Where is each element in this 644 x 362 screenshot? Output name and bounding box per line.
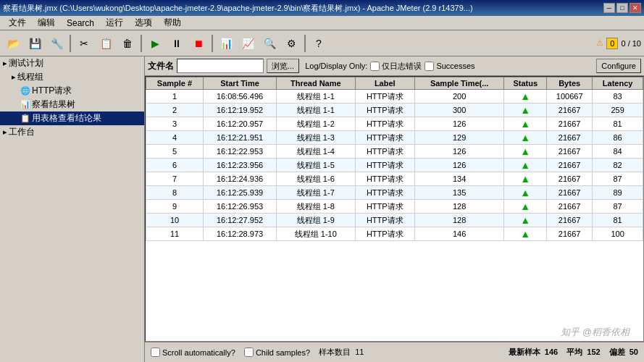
cut-button[interactable]: ✂ [74,33,94,54]
tree-item-test-plan[interactable]: ▸ 测试计划 [0,56,144,70]
cell-thread-name: 线程组 1-6 [277,172,356,186]
search-button[interactable]: 🔍 [259,33,280,54]
cell-bytes: 21667 [547,214,593,227]
tree-item-workbench[interactable]: ▸ 工作台 [0,125,144,139]
cell-sample: 8 [146,186,204,200]
cell-sample: 9 [146,200,204,214]
cell-start-time: 16:12:19.952 [204,104,277,117]
menu-file[interactable]: 文件 [3,15,32,30]
file-input[interactable] [177,59,264,73]
minimize-button[interactable]: ─ [603,3,615,13]
cell-status: ▲ [504,172,547,186]
cell-thread-name: 线程组 1-9 [277,214,356,227]
menu-edit[interactable]: 编辑 [32,15,61,30]
cell-sample-time: 129 [414,131,503,145]
table-row[interactable]: 11 16:12:28.973 线程组 1-10 HTTP请求 146 ▲ 21… [146,227,643,241]
tree-item-view-results[interactable]: 📊 察看结果树 [0,98,144,111]
cell-status: ▲ [504,90,547,104]
configure-button[interactable]: Configure [596,59,641,73]
cell-start-time: 16:12:21.951 [204,131,277,145]
cell-thread-name: 线程组 1-10 [277,227,356,241]
menu-run[interactable]: 运行 [100,15,129,30]
cell-sample-time: 126 [414,159,503,172]
scroll-auto-checkbox-group: Scroll automatically? [151,348,235,357]
cell-sample: 11 [146,227,204,241]
scroll-auto-checkbox[interactable] [151,348,160,357]
title-text: 察看结果树.jmx (C:\Users\wukong\Desktop\apach… [3,3,603,14]
copy-button[interactable]: 📋 [96,33,116,54]
cell-thread-name: 线程组 1-3 [277,131,356,145]
status-ok-icon: ▲ [520,159,530,171]
settings-button[interactable]: 🔧 [46,33,67,54]
cell-status: ▲ [504,186,547,200]
toolbar-separator-3 [212,35,213,52]
table-body: 1 16:08:56.496 线程组 1-1 HTTP请求 200 ▲ 1006… [146,90,643,241]
table-row[interactable]: 7 16:12:24.936 线程组 1-6 HTTP请求 134 ▲ 2166… [146,172,643,186]
delete-button[interactable]: 🗑 [117,33,138,54]
bottom-bar: Scroll automatically? Child samples? 样本数… [145,342,644,362]
help-button[interactable]: ? [309,33,329,54]
table-row[interactable]: 6 16:12:23.956 线程组 1-5 HTTP请求 126 ▲ 2166… [146,159,643,172]
cell-latency: 84 [593,145,643,159]
cell-label: HTTP请求 [355,227,414,241]
status-ok-icon: ▲ [520,173,530,185]
menu-options[interactable]: 选项 [129,15,158,30]
save-button[interactable]: 💾 [25,33,45,54]
run-button[interactable]: ▶ [145,33,165,54]
tree-item-table-results[interactable]: 📋 用表格查看结论果 [0,111,144,125]
folder-icon: ▸ [3,59,7,68]
table-row[interactable]: 9 16:12:26.953 线程组 1-8 HTTP请求 128 ▲ 2166… [146,200,643,214]
cell-status: ▲ [504,214,547,227]
cell-start-time: 16:12:24.936 [204,172,277,186]
table-row[interactable]: 3 16:12:20.957 线程组 1-2 HTTP请求 126 ▲ 2166… [146,117,643,131]
cell-latency: 89 [593,186,643,200]
table-row[interactable]: 2 16:12:19.952 线程组 1-1 HTTP请求 300 ▲ 2166… [146,104,643,117]
successes-checkbox-group: Successes [425,62,474,71]
cell-label: HTTP请求 [355,117,414,131]
cell-bytes: 21667 [547,186,593,200]
successes-checkbox[interactable] [425,62,434,71]
errors-label: 仅日志错误 [382,61,422,72]
sample-count-label: 样本数目 11 [319,347,364,358]
maximize-button[interactable]: □ [616,3,628,13]
child-samples-checkbox[interactable] [244,348,254,357]
table-row[interactable]: 1 16:08:56.496 线程组 1-1 HTTP请求 200 ▲ 1006… [146,90,643,104]
cell-sample-time: 134 [414,172,503,186]
close-button[interactable]: ✕ [630,3,641,13]
cell-start-time: 16:12:20.957 [204,117,277,131]
errors-checkbox[interactable] [370,62,380,71]
cell-sample-time: 146 [414,227,503,241]
open-button[interactable]: 📂 [3,33,23,54]
cell-status: ▲ [504,159,547,172]
menu-bar: 文件 编辑 Search 运行 选项 帮助 [0,16,644,30]
table-row[interactable]: 10 16:12:27.952 线程组 1-9 HTTP请求 128 ▲ 216… [146,214,643,227]
table-row[interactable]: 5 16:12:22.953 线程组 1-4 HTTP请求 126 ▲ 2166… [146,145,643,159]
status-ok-icon: ▲ [520,104,530,116]
stop-button[interactable]: ⏹ [188,33,209,54]
menu-search[interactable]: Search [61,17,100,30]
tree-label-http-request: HTTP请求 [32,85,72,97]
config-button[interactable]: ⚙ [281,33,301,54]
cell-label: HTTP请求 [355,104,414,117]
cell-thread-name: 线程组 1-1 [277,90,356,104]
cell-start-time: 16:12:23.956 [204,159,277,172]
chart-button[interactable]: 📊 [216,33,236,54]
tree-item-thread-group[interactable]: ▸ 线程组 [0,70,144,84]
table-row[interactable]: 8 16:12:25.939 线程组 1-7 HTTP请求 135 ▲ 2166… [146,186,643,200]
tree-item-http-request[interactable]: 🌐 HTTP请求 [0,84,144,98]
browse-button[interactable]: 浏览... [267,59,299,73]
menu-help[interactable]: 帮助 [158,15,187,30]
cell-latency: 83 [593,90,643,104]
cell-latency: 259 [593,104,643,117]
pause-button[interactable]: ⏸ [167,33,187,54]
table-icon: 📋 [20,114,30,123]
col-sample: Sample # [146,77,204,90]
table-row[interactable]: 4 16:12:21.951 线程组 1-3 HTTP请求 129 ▲ 2166… [146,131,643,145]
toolbar-separator-1 [70,35,71,52]
table-header-row: Sample # Start Time Thread Name Label Sa… [146,77,643,90]
graph-button[interactable]: 📈 [238,33,258,54]
col-label: Label [355,77,414,90]
cell-thread-name: 线程组 1-7 [277,186,356,200]
cell-sample-time: 126 [414,145,503,159]
cell-sample: 3 [146,117,204,131]
